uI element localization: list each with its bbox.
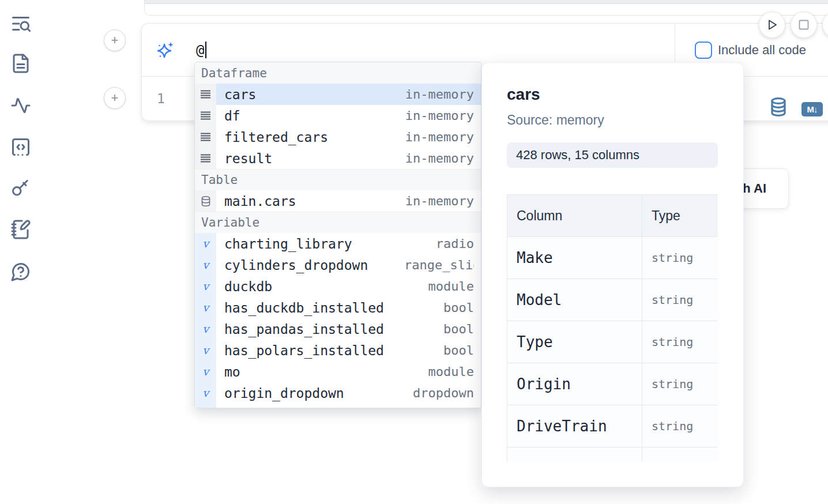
- autocomplete-item-label: filtered_cars: [224, 130, 328, 145]
- autocomplete-row[interactable]: dfin-memory: [195, 105, 481, 126]
- activity-icon[interactable]: [10, 95, 31, 116]
- variable-icon: v: [202, 324, 209, 334]
- autocomplete-row-main: pandasmodule: [216, 404, 481, 408]
- autocomplete-row-gutter: v: [195, 276, 216, 297]
- autocomplete-item-label: df: [224, 108, 240, 123]
- popup-schema-table: Column Type MakestringModelstringTypestr…: [507, 194, 718, 462]
- autocomplete-row-gutter: v: [195, 233, 216, 254]
- table-database-icon: [201, 196, 210, 206]
- key-icon[interactable]: [10, 178, 31, 198]
- autocomplete-row-main: charting_libraryradio: [216, 233, 481, 254]
- schema-column-name: DriveTrain: [507, 405, 642, 447]
- autocomplete-row[interactable]: filtered_carsin-memory: [195, 126, 481, 148]
- autocomplete-item-label: has_pandas_installed: [224, 322, 384, 337]
- autocomplete-row-main: has_pandas_installedbool: [216, 318, 481, 340]
- dataframe-icon: [201, 133, 210, 141]
- stop-button[interactable]: [791, 12, 817, 38]
- autocomplete-item-type: in-memory: [405, 108, 474, 123]
- schema-column-type: string: [642, 279, 718, 321]
- autocomplete-row[interactable]: vhas_polars_installedbool: [195, 340, 481, 361]
- autocomplete-section-header: Variable: [195, 212, 481, 233]
- autocomplete-item-label: charting_library: [224, 236, 352, 251]
- autocomplete-item-type: in-memory: [405, 130, 474, 144]
- schema-column-type: string: [642, 405, 718, 447]
- variable-icon: v: [202, 366, 209, 377]
- schema-table-row: Typestring: [507, 321, 718, 363]
- left-sidebar: [0, 0, 42, 504]
- line-number: 1: [153, 91, 168, 106]
- autocomplete-row-gutter: v: [195, 340, 216, 361]
- autocomplete-item-type: in-memory: [405, 87, 474, 101]
- convert-to-sql-button[interactable]: [770, 97, 786, 118]
- autocomplete-item-label: pandas: [224, 407, 272, 409]
- autocomplete-item-label: cylinders_dropdown: [224, 258, 368, 273]
- variable-icon: v: [202, 345, 209, 356]
- autocomplete-row[interactable]: carsin-memory: [195, 84, 481, 105]
- column-header: Column: [507, 195, 642, 237]
- file-text-icon[interactable]: [10, 53, 31, 74]
- autocomplete-item-type: bool: [443, 300, 474, 315]
- section-label: Variable: [201, 216, 259, 230]
- dataframe-icon: [201, 154, 210, 163]
- toc-search-icon[interactable]: [10, 13, 31, 34]
- help-chat-icon[interactable]: [10, 261, 31, 282]
- run-cell-button[interactable]: [759, 12, 785, 38]
- autocomplete-row[interactable]: vcharting_libraryradio: [195, 233, 481, 254]
- schema-column-name: Type: [507, 321, 642, 363]
- play-icon: [765, 18, 779, 32]
- autocomplete-section-header: Dataframe: [195, 62, 481, 84]
- ai-prompt-input[interactable]: @: [196, 42, 206, 58]
- table-header-row: Column Type: [507, 195, 718, 237]
- stop-square-icon: [797, 18, 811, 32]
- autocomplete-row[interactable]: vcylinders_dropdownrange_slider: [195, 254, 481, 276]
- schema-column-type: string: [642, 237, 718, 279]
- autocomplete-item-label: duckdb: [224, 279, 272, 294]
- autocomplete-row-main: filtered_carsin-memory: [216, 126, 481, 148]
- schema-column-name: Origin: [507, 363, 642, 405]
- autocomplete-item-type: radio: [436, 236, 474, 251]
- autocomplete-item-type: in-memory: [405, 151, 474, 166]
- include-all-code-checkbox[interactable]: [695, 42, 712, 59]
- autocomplete-row[interactable]: vhas_duckdb_installedbool: [195, 297, 481, 318]
- section-label: Dataframe: [201, 66, 267, 80]
- autocomplete-row[interactable]: vhas_pandas_installedbool: [195, 318, 481, 340]
- autocomplete-row-gutter: [195, 190, 216, 212]
- popup-shape-badge: 428 rows, 15 columns: [507, 142, 718, 168]
- autocomplete-row-main: has_polars_installedbool: [216, 340, 481, 361]
- variable-icon: v: [202, 259, 209, 270]
- snippets-code-icon[interactable]: [10, 137, 31, 157]
- autocomplete-row-main: momodule: [216, 361, 481, 382]
- schema-table-row: DriveTrainstring: [507, 405, 718, 447]
- convert-to-markdown-button[interactable]: M↓: [801, 102, 823, 116]
- autocomplete-item-label: has_polars_installed: [224, 343, 384, 358]
- schema-table-row: [507, 447, 718, 462]
- popup-title: cars: [507, 85, 718, 104]
- autocomplete-row[interactable]: main.carsin-memory: [195, 190, 481, 212]
- dataframe-detail-popup: cars Source: memory 428 rows, 15 columns…: [481, 62, 744, 487]
- autocomplete-row[interactable]: vduckdbmodule: [195, 276, 481, 297]
- autocomplete-row[interactable]: vpandasmodule: [195, 404, 481, 408]
- autocomplete-row-main: duckdbmodule: [216, 276, 481, 297]
- add-cell-below-button[interactable]: +: [104, 87, 126, 109]
- scratchpad-pen-icon[interactable]: [10, 219, 31, 240]
- autocomplete-row-main: origin_dropdowndropdown: [216, 382, 481, 404]
- autocomplete-dropdown: Dataframecarsin-memorydfin-memoryfiltere…: [194, 62, 481, 408]
- schema-column-name: [507, 447, 642, 462]
- ai-sparkles-icon: [156, 41, 175, 59]
- autocomplete-row-gutter: v: [195, 297, 216, 318]
- variable-icon: v: [202, 302, 209, 313]
- schema-column-name: Make: [507, 237, 642, 279]
- autocomplete-row[interactable]: vorigin_dropdowndropdown: [195, 382, 481, 404]
- schema-column-type: [642, 447, 718, 462]
- autocomplete-item-label: has_duckdb_installed: [224, 300, 384, 315]
- autocomplete-row-main: carsin-memory: [216, 84, 481, 105]
- autocomplete-item-type: in-memory: [405, 194, 474, 208]
- schema-column-name: Model: [507, 279, 642, 321]
- add-cell-above-button[interactable]: +: [104, 29, 126, 51]
- dataframe-icon: [201, 90, 210, 99]
- autocomplete-item-label: result: [224, 151, 272, 166]
- autocomplete-row[interactable]: vmomodule: [195, 361, 481, 382]
- autocomplete-item-type: module: [428, 407, 474, 408]
- type-header: Type: [642, 195, 718, 237]
- autocomplete-row[interactable]: resultin-memory: [195, 148, 481, 169]
